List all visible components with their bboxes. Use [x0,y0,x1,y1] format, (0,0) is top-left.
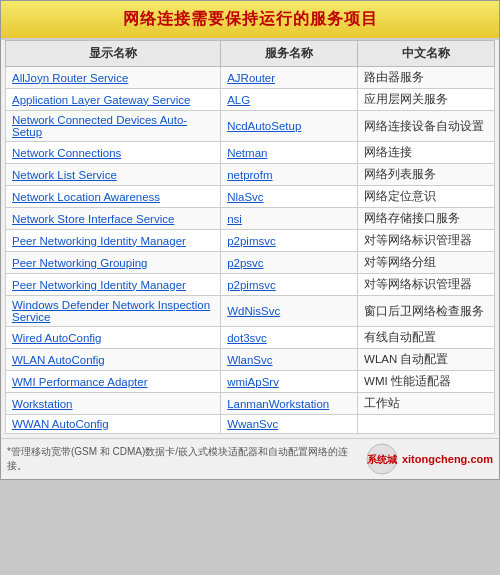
cell-display: Workstation [6,393,221,415]
display-link[interactable]: Wired AutoConfig [12,332,102,344]
table-wrapper: 显示名称 服务名称 中文名称 AllJoyn Router ServiceAJR… [1,40,499,438]
cell-display: Application Layer Gateway Service [6,89,221,111]
cell-chinese: WMI 性能适配器 [358,371,495,393]
cell-service: LanmanWorkstation [221,393,358,415]
cell-chinese [358,415,495,434]
cell-display: WWAN AutoConfig [6,415,221,434]
cell-chinese: 网络定位意识 [358,186,495,208]
service-link[interactable]: WdNisSvc [227,305,280,317]
cell-service: wmiApSrv [221,371,358,393]
footer-note: *管理移动宽带(GSM 和 CDMA)数据卡/嵌入式模块适配器和自动配置网络的连… [1,438,499,479]
table-row: WWAN AutoConfigWwanSvc [6,415,495,434]
logo-icon: 系统城 [366,443,398,475]
service-link[interactable]: wmiApSrv [227,376,279,388]
service-link[interactable]: p2pimsvc [227,279,276,291]
header-service: 服务名称 [221,41,358,67]
display-link[interactable]: Network Connections [12,147,121,159]
cell-display: Peer Networking Grouping [6,252,221,274]
table-row: AllJoyn Router ServiceAJRouter路由器服务 [6,67,495,89]
cell-chinese: 有线自动配置 [358,327,495,349]
display-link[interactable]: Application Layer Gateway Service [12,94,190,106]
cell-service: NlaSvc [221,186,358,208]
cell-service: netprofm [221,164,358,186]
cell-chinese: 窗口后卫网络检查服务 [358,296,495,327]
display-link[interactable]: Peer Networking Identity Manager [12,279,186,291]
service-link[interactable]: LanmanWorkstation [227,398,329,410]
table-row: Peer Networking Identity Managerp2pimsvc… [6,274,495,296]
service-link[interactable]: dot3svc [227,332,267,344]
service-link[interactable]: WwanSvc [227,418,278,430]
cell-chinese: 对等网络标识管理器 [358,230,495,252]
cell-display: Network Connections [6,142,221,164]
display-link[interactable]: WMI Performance Adapter [12,376,148,388]
cell-chinese: 网络列表服务 [358,164,495,186]
cell-display: Network Connected Devices Auto-Setup [6,111,221,142]
cell-display: WLAN AutoConfig [6,349,221,371]
display-link[interactable]: Network List Service [12,169,117,181]
cell-service: dot3svc [221,327,358,349]
table-header-row: 显示名称 服务名称 中文名称 [6,41,495,67]
service-link[interactable]: nsi [227,213,242,225]
cell-display: WMI Performance Adapter [6,371,221,393]
cell-service: WwanSvc [221,415,358,434]
service-link[interactable]: netprofm [227,169,272,181]
cell-service: Netman [221,142,358,164]
cell-service: AJRouter [221,67,358,89]
table-row: Network List Servicenetprofm网络列表服务 [6,164,495,186]
service-link[interactable]: p2pimsvc [227,235,276,247]
cell-display: Network List Service [6,164,221,186]
display-link[interactable]: AllJoyn Router Service [12,72,128,84]
cell-service: p2pimsvc [221,274,358,296]
table-row: WMI Performance AdapterwmiApSrvWMI 性能适配器 [6,371,495,393]
cell-display: Peer Networking Identity Manager [6,274,221,296]
table-row: Network Store Interface Servicensi网络存储接口… [6,208,495,230]
cell-service: WdNisSvc [221,296,358,327]
service-link[interactable]: WlanSvc [227,354,272,366]
cell-chinese: 网络连接设备自动设置 [358,111,495,142]
cell-display: Peer Networking Identity Manager [6,230,221,252]
table-row: Wired AutoConfigdot3svc有线自动配置 [6,327,495,349]
service-link[interactable]: Netman [227,147,267,159]
page-title: 网络连接需要保持运行的服务项目 [123,10,378,27]
display-link[interactable]: Peer Networking Identity Manager [12,235,186,247]
table-row: Application Layer Gateway ServiceALG应用层网… [6,89,495,111]
svg-text:系统城: 系统城 [367,454,398,465]
cell-service: WlanSvc [221,349,358,371]
cell-service: nsi [221,208,358,230]
title-bar: 网络连接需要保持运行的服务项目 [1,1,499,40]
cell-service: NcdAutoSetup [221,111,358,142]
cell-display: Network Location Awareness [6,186,221,208]
display-link[interactable]: Network Location Awareness [12,191,160,203]
display-link[interactable]: Network Connected Devices Auto-Setup [12,114,187,138]
cell-chinese: 网络连接 [358,142,495,164]
cell-service: p2pimsvc [221,230,358,252]
cell-chinese: 对等网络标识管理器 [358,274,495,296]
cell-display: Wired AutoConfig [6,327,221,349]
main-container: 网络连接需要保持运行的服务项目 显示名称 服务名称 中文名称 AllJoyn R… [0,0,500,480]
services-table: 显示名称 服务名称 中文名称 AllJoyn Router ServiceAJR… [5,40,495,434]
cell-service: ALG [221,89,358,111]
table-row: Network ConnectionsNetman网络连接 [6,142,495,164]
display-link[interactable]: WWAN AutoConfig [12,418,109,430]
display-link[interactable]: Workstation [12,398,73,410]
service-link[interactable]: ALG [227,94,250,106]
cell-chinese: 网络存储接口服务 [358,208,495,230]
service-link[interactable]: NcdAutoSetup [227,120,301,132]
service-link[interactable]: NlaSvc [227,191,263,203]
display-link[interactable]: WLAN AutoConfig [12,354,105,366]
cell-chinese: WLAN 自动配置 [358,349,495,371]
cell-chinese: 对等网络分组 [358,252,495,274]
table-row: WorkstationLanmanWorkstation工作站 [6,393,495,415]
logo-area: 系统城 xitongcheng.com [366,443,493,475]
service-link[interactable]: p2psvc [227,257,263,269]
header-chinese: 中文名称 [358,41,495,67]
service-link[interactable]: AJRouter [227,72,275,84]
cell-display: AllJoyn Router Service [6,67,221,89]
display-link[interactable]: Peer Networking Grouping [12,257,148,269]
display-link[interactable]: Windows Defender Network Inspection Serv… [12,299,210,323]
cell-display: Network Store Interface Service [6,208,221,230]
display-link[interactable]: Network Store Interface Service [12,213,174,225]
table-row: Network Connected Devices Auto-SetupNcdA… [6,111,495,142]
table-row: Peer Networking Groupingp2psvc对等网络分组 [6,252,495,274]
table-row: WLAN AutoConfigWlanSvcWLAN 自动配置 [6,349,495,371]
